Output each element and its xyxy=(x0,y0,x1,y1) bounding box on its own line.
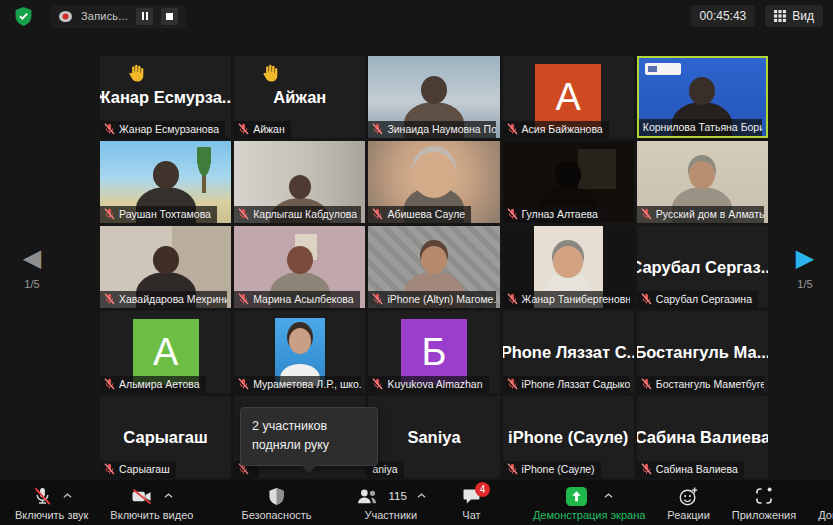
share-options-chevron[interactable] xyxy=(604,493,613,499)
participant-tile[interactable]: Русский дом в Алматы xyxy=(637,141,768,223)
participants-count: 115 xyxy=(389,490,407,502)
participant-name-text: Сабина Валиева xyxy=(656,463,738,475)
participant-name-text: Карлыгаш Кабдулова xyxy=(253,208,357,220)
participants-chevron[interactable] xyxy=(417,493,426,499)
participant-name-label: Карлыгаш Кабдулова xyxy=(234,206,361,223)
muted-mic-icon xyxy=(238,123,249,135)
more-label: Дополнительно xyxy=(818,509,833,521)
participant-tile[interactable]: Корнилова Татьяна Борис... xyxy=(637,56,768,138)
participant-tile[interactable]: БKuyukova Almazhan xyxy=(368,311,499,393)
participant-name-label: Сабина Валиева xyxy=(637,461,744,478)
unmute-button[interactable]: Включить звук xyxy=(4,480,99,525)
page-indicator-left: 1/5 xyxy=(12,278,52,290)
participant-name-text: iPhone (Сауле) xyxy=(522,463,595,475)
apps-button[interactable]: Приложения xyxy=(721,480,807,525)
muted-mic-icon xyxy=(641,208,652,220)
raised-hands-tooltip: 2 участников подняли руку xyxy=(240,407,378,466)
muted-mic-icon xyxy=(372,123,383,135)
participant-name-text: Айжан xyxy=(253,123,285,135)
participant-tile[interactable]: Сабина ВалиеваСабина Валиева xyxy=(637,396,768,478)
meeting-info-shield-icon[interactable] xyxy=(10,3,36,29)
reactions-label: Реакции xyxy=(667,509,710,521)
bottom-toolbar: Включить звук Включить видео Безопасност… xyxy=(0,480,833,525)
video-options-chevron[interactable] xyxy=(164,493,173,499)
participant-name-label: Сарубал Сергазина xyxy=(637,291,758,308)
participant-tile[interactable]: ААсия Байжанова xyxy=(503,56,634,138)
raised-hand-icon xyxy=(126,63,147,88)
participant-name-text: Русский дом в Алматы xyxy=(656,208,764,220)
view-label: Вид xyxy=(792,9,814,23)
participant-tile[interactable]: Марина Асылбекова xyxy=(234,226,365,308)
participant-name-label: Корнилова Татьяна Борис... xyxy=(639,119,762,136)
muted-mic-icon xyxy=(507,208,518,220)
pause-recording-button[interactable] xyxy=(136,8,153,25)
participant-name-label: Жанар Танибергеновна xyxy=(503,291,630,308)
participant-name-label: Гулназ Алтаева xyxy=(503,206,604,223)
chat-label: Чат xyxy=(462,509,480,521)
muted-mic-icon xyxy=(104,208,115,220)
participant-tile[interactable]: Saniyaaniya xyxy=(368,396,499,478)
security-shield-icon xyxy=(268,487,285,506)
security-button[interactable]: Безопасность xyxy=(230,480,322,525)
participant-name-text: Мураметова Л.Р., шко... xyxy=(253,378,361,390)
participant-name-label: iPhone Ляззат Садыкова xyxy=(503,376,630,393)
participant-tile[interactable]: Бостангуль Ма...Бостангуль Маметбуге... xyxy=(637,311,768,393)
start-video-label: Включить видео xyxy=(110,509,193,521)
raised-hand-icon xyxy=(260,63,281,88)
participant-name-label: Зинаида Наумовна По... xyxy=(368,121,495,138)
participant-tile[interactable]: iPhone Ляззат С...iPhone Ляззат Садыкова xyxy=(503,311,634,393)
stop-recording-button[interactable] xyxy=(161,8,178,25)
participant-tile[interactable]: Жанар Танибергеновна xyxy=(503,226,634,308)
previous-page-arrow[interactable]: ◀ 1/5 xyxy=(12,246,52,290)
participant-tile[interactable]: СарыагашСарыагаш xyxy=(100,396,231,478)
muted-mic-icon xyxy=(104,293,115,305)
participant-name-label: Мураметова Л.Р., шко... xyxy=(234,376,361,393)
share-screen-icon xyxy=(565,486,588,507)
participant-tile[interactable]: Мураметова Л.Р., шко... xyxy=(234,311,365,393)
participant-tile[interactable]: Жанар Есмурза...Жанар Есмурзанова xyxy=(100,56,231,138)
participant-tile[interactable]: Сарубал Сергаз...Сарубал Сергазина xyxy=(637,226,768,308)
audio-options-chevron[interactable] xyxy=(63,493,72,499)
more-button[interactable]: ••• Дополнительно xyxy=(807,480,833,525)
participant-name-text: Жанар Есмурзанова xyxy=(119,123,219,135)
muted-mic-icon xyxy=(641,293,652,305)
participant-tile[interactable]: iPhone (Altyn) Магоме... xyxy=(368,226,499,308)
participant-name-label: Раушан Тохтамова xyxy=(100,206,217,223)
share-screen-button[interactable]: Демонстрация экрана xyxy=(522,480,656,525)
start-video-button[interactable]: Включить видео xyxy=(99,480,204,525)
participant-name-text: Kuyukova Almazhan xyxy=(387,378,482,390)
muted-mic-icon xyxy=(372,293,383,305)
participant-tile[interactable]: АйжанАйжан xyxy=(234,56,365,138)
muted-mic-icon xyxy=(104,123,115,135)
muted-mic-icon xyxy=(238,378,249,390)
muted-mic-icon xyxy=(104,463,115,475)
chat-button[interactable]: 4 Чат xyxy=(451,480,492,525)
mic-muted-icon xyxy=(32,486,53,507)
participant-name-label: Хавайдарова Мехрини... xyxy=(100,291,227,308)
participant-tile[interactable]: Карлыгаш Кабдулова xyxy=(234,141,365,223)
reactions-button[interactable]: Реакции xyxy=(656,480,721,525)
participants-button[interactable]: 115 Участники xyxy=(345,480,437,525)
participant-tile[interactable]: Абишева Сауле xyxy=(368,141,499,223)
participant-tile[interactable]: Хавайдарова Мехрини... xyxy=(100,226,231,308)
next-page-arrow[interactable]: ▶ 1/5 xyxy=(785,246,825,290)
participant-name-label: Айжан xyxy=(234,121,291,138)
view-button[interactable]: Вид xyxy=(765,5,823,27)
participant-tile[interactable]: Гулназ Алтаева xyxy=(503,141,634,223)
participants-label: Участники xyxy=(364,509,417,521)
share-screen-label: Демонстрация экрана xyxy=(533,509,645,521)
participant-name-text: Хавайдарова Мехрини... xyxy=(119,293,227,305)
muted-mic-icon xyxy=(372,208,383,220)
participant-tile[interactable]: Зинаида Наумовна По... xyxy=(368,56,499,138)
participant-name-label: Абишева Сауле xyxy=(368,206,471,223)
meeting-timer: 00:45:43 xyxy=(691,5,756,27)
participant-tile[interactable]: ААльмира Аетова xyxy=(100,311,231,393)
recording-label: Запись... xyxy=(81,10,128,22)
participant-tile[interactable]: Раушан Тохтамова xyxy=(100,141,231,223)
muted-mic-icon xyxy=(507,293,518,305)
participant-name-label: iPhone (Altyn) Магоме... xyxy=(368,291,495,308)
muted-mic-icon xyxy=(641,463,652,475)
muted-mic-icon xyxy=(641,378,652,390)
participant-tile[interactable]: iPhone (Сауле)iPhone (Сауле) xyxy=(503,396,634,478)
participant-name-text: iPhone (Altyn) Магоме... xyxy=(387,293,495,305)
